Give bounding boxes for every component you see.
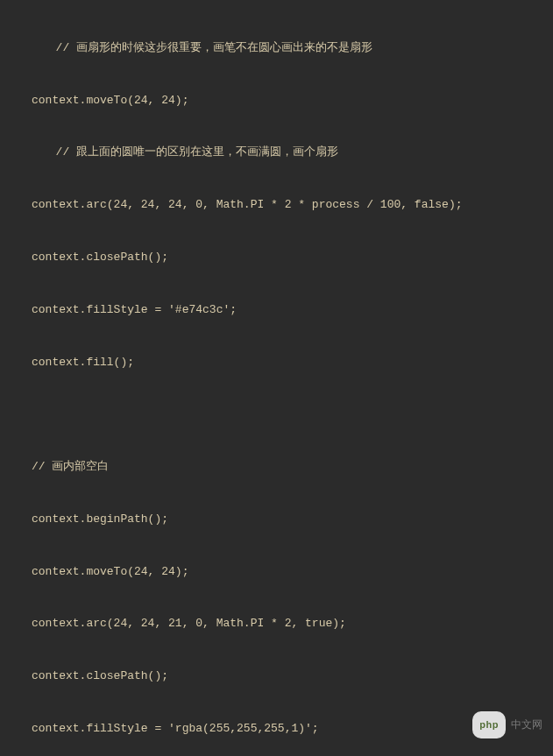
watermark-badge: php bbox=[472, 711, 506, 738]
code-line: context.moveTo(24, 24); bbox=[0, 88, 553, 114]
blank-line bbox=[0, 401, 553, 427]
code-line: // 画扇形的时候这步很重要，画笔不在圆心画出来的不是扇形 bbox=[0, 35, 553, 61]
watermark-text: 中文网 bbox=[511, 713, 542, 738]
code-line: context.closePath(); bbox=[0, 244, 553, 271]
code-line: // 画内部空白 bbox=[0, 454, 553, 480]
watermark-badge-text: php bbox=[479, 719, 499, 730]
code-line: context.arc(24, 24, 24, 0, Math.PI * 2 *… bbox=[0, 192, 553, 218]
code-line: // 跟上面的圆唯一的区别在这里，不画满圆，画个扇形 bbox=[0, 139, 553, 166]
code-line: context.fill(); bbox=[0, 350, 553, 376]
code-line: context.fillStyle = '#e74c3c'; bbox=[0, 297, 553, 323]
code-line: context.fillStyle = 'rgba(255,255,255,1)… bbox=[0, 716, 553, 742]
code-line: context.moveTo(24, 24); bbox=[0, 559, 553, 585]
code-block: // 画扇形的时候这步很重要，画笔不在圆心画出来的不是扇形 context.mo… bbox=[0, 9, 553, 756]
code-line: context.closePath(); bbox=[0, 663, 553, 689]
watermark: php 中文网 bbox=[472, 711, 542, 738]
code-line: context.beginPath(); bbox=[0, 506, 553, 533]
code-line: context.arc(24, 24, 21, 0, Math.PI * 2, … bbox=[0, 611, 553, 637]
